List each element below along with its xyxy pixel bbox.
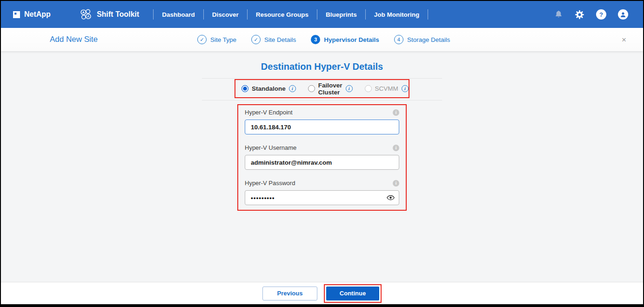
nav-separator: [365, 9, 366, 20]
wizard-steps: ✓ Site Type ✓ Site Details 3 Hypervisor …: [197, 35, 450, 44]
info-icon[interactable]: i: [402, 85, 409, 92]
continue-highlight-box: Continue: [324, 284, 382, 303]
step-label: Site Type: [210, 36, 236, 43]
hyperv-endpoint-input[interactable]: [245, 120, 399, 134]
bell-icon[interactable]: [554, 10, 563, 19]
field-hyperv-password: Hyper-V Password i: [245, 180, 399, 205]
check-circle-icon: ✓: [197, 35, 207, 44]
info-icon[interactable]: i: [393, 180, 399, 187]
product-name: Shift Toolkit: [97, 10, 139, 19]
nav-item-discover[interactable]: Discover: [210, 11, 241, 18]
info-icon[interactable]: i: [289, 85, 296, 92]
main-nav: Dashboard Discover Resource Groups Bluep…: [147, 9, 435, 20]
check-circle-icon: ✓: [251, 35, 261, 44]
field-label: Hyper-V Endpoint: [245, 109, 293, 116]
hyperv-credentials-form: Hyper-V Endpoint i Hyper-V Username i: [237, 104, 407, 211]
radio-label: Standalone: [252, 85, 286, 92]
product-title: Shift Toolkit: [80, 8, 139, 21]
field-label: Hyper-V Password: [245, 180, 295, 187]
account-icon[interactable]: [618, 9, 628, 20]
hyperv-password-input[interactable]: [245, 190, 399, 205]
field-hyperv-username: Hyper-V Username i: [245, 144, 399, 170]
step-site-details[interactable]: ✓ Site Details: [251, 35, 296, 44]
nav-item-job-monitoring[interactable]: Job Monitoring: [372, 11, 421, 18]
title-divider: [202, 78, 442, 79]
hypervisor-type-radio-group: Standalone i Failover Cluster i SCVMM i: [235, 79, 409, 98]
hyperv-username-input[interactable]: [245, 155, 399, 170]
radio-unselected-icon: [308, 85, 315, 92]
navbar-actions: ?: [554, 9, 628, 20]
eye-icon[interactable]: [387, 195, 395, 200]
shift-toolkit-logo-icon: [80, 8, 92, 21]
step-label: Hypervisor Details: [324, 36, 379, 43]
nav-item-dashboard[interactable]: Dashboard: [160, 11, 197, 18]
radio-scvmm[interactable]: SCVMM i: [365, 85, 409, 92]
nav-separator: [153, 9, 154, 20]
step-label: Site Details: [264, 36, 296, 43]
netapp-logo-icon: [13, 11, 20, 18]
info-icon[interactable]: i: [393, 145, 399, 151]
close-icon[interactable]: ×: [622, 36, 626, 44]
radio-unselected-icon: [365, 85, 372, 92]
gear-icon[interactable]: [575, 10, 584, 20]
info-icon[interactable]: i: [393, 109, 399, 116]
info-icon[interactable]: i: [346, 85, 353, 92]
help-icon[interactable]: ?: [596, 9, 606, 20]
nav-separator: [203, 9, 204, 20]
previous-button[interactable]: Previous: [262, 287, 317, 300]
app-window: NetApp Shift Toolkit Dashboard Discover …: [0, 0, 644, 307]
step-hypervisor-details[interactable]: 3 Hypervisor Details: [311, 35, 379, 44]
wizard-header: Add New Site ✓ Site Type ✓ Site Details …: [1, 28, 643, 51]
step-label: Storage Details: [407, 36, 450, 43]
step-storage-details[interactable]: 4 Storage Details: [394, 35, 450, 44]
wizard-title: Add New Site: [50, 35, 98, 44]
radio-label: Failover Cluster: [318, 82, 342, 96]
field-hyperv-endpoint: Hyper-V Endpoint i: [245, 109, 399, 134]
radio-label: SCVMM: [375, 85, 398, 92]
radio-standalone[interactable]: Standalone i: [242, 85, 296, 92]
nav-item-resource-groups[interactable]: Resource Groups: [254, 11, 310, 18]
continue-button[interactable]: Continue: [326, 287, 379, 300]
nav-separator: [247, 9, 248, 20]
nav-separator: [428, 9, 428, 20]
form-column: Standalone i Failover Cluster i SCVMM i: [202, 78, 442, 211]
radio-divider: [202, 100, 442, 100]
radio-failover-cluster[interactable]: Failover Cluster i: [308, 82, 353, 96]
page-title: Destination Hyper-V Details: [1, 61, 643, 72]
wizard-body: Destination Hyper-V Details Standalone i…: [1, 51, 643, 211]
brand-name: NetApp: [24, 10, 51, 19]
top-navbar: NetApp Shift Toolkit Dashboard Discover …: [1, 1, 643, 28]
radio-selected-icon: [242, 85, 248, 92]
netapp-brand: NetApp: [13, 10, 51, 19]
nav-item-blueprints[interactable]: Blueprints: [324, 11, 359, 18]
step-number-icon: 4: [394, 35, 403, 44]
nav-separator: [317, 9, 317, 20]
field-label: Hyper-V Username: [245, 144, 296, 151]
step-number-icon: 3: [311, 35, 320, 44]
wizard-footer: Previous Continue: [1, 282, 643, 304]
step-site-type[interactable]: ✓ Site Type: [197, 35, 236, 44]
